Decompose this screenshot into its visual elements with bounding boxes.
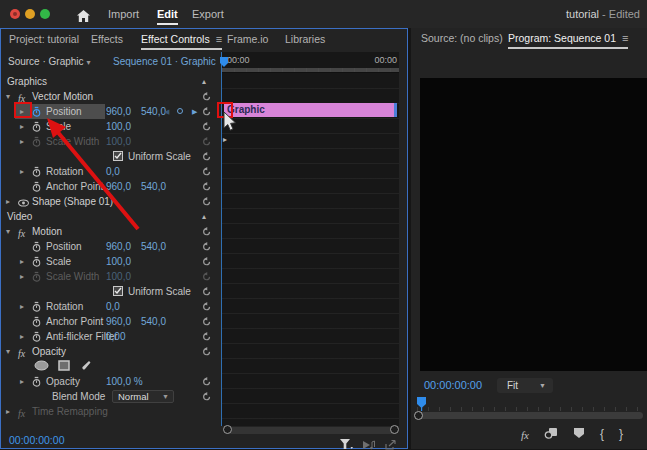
chevron-right-icon[interactable]: ▸	[20, 269, 24, 284]
uniform-scale-checkbox[interactable]	[113, 151, 123, 161]
chevron-down-icon[interactable]: ▾	[6, 224, 10, 239]
tab-frame-io[interactable]: Frame.io	[227, 29, 268, 51]
reset-parameter-icon[interactable]	[202, 317, 211, 328]
tab-source-no-clips-[interactable]: Source: (no clips)	[421, 28, 503, 50]
home-icon[interactable]	[77, 8, 90, 26]
ellipse-mask-icon[interactable]	[34, 360, 49, 373]
chevron-right-icon[interactable]: ▸	[20, 374, 24, 389]
property-label: Scale Width	[46, 134, 99, 149]
chevron-right-icon[interactable]: ▸	[6, 404, 10, 419]
workspace-tab-import[interactable]: Import	[108, 0, 139, 28]
play-audio-icon[interactable]	[362, 436, 376, 450]
maximize-window-icon[interactable]	[40, 9, 50, 19]
previous-keyframe-icon[interactable]: ◀	[164, 104, 169, 119]
reset-parameter-icon[interactable]	[202, 122, 211, 133]
mask-tools	[34, 360, 91, 373]
reset-parameter-icon[interactable]	[202, 152, 211, 163]
zoom-handle-right[interactable]	[390, 425, 399, 434]
reset-parameter-icon[interactable]	[202, 257, 211, 268]
reset-parameter-icon[interactable]	[202, 347, 211, 358]
property-value[interactable]: 100,0	[106, 134, 131, 149]
property-value[interactable]: 100,0 %	[106, 374, 143, 389]
property-label: Scale Width	[46, 269, 99, 284]
add-keyframe-icon[interactable]	[177, 108, 183, 114]
panel-menu-icon[interactable]: ≡	[216, 33, 222, 45]
reset-parameter-icon[interactable]	[202, 287, 211, 298]
property-value[interactable]: 100,0	[106, 269, 131, 284]
keyframe-next-icon[interactable]: ▸	[223, 135, 227, 144]
reset-parameter-icon[interactable]	[202, 227, 211, 238]
chevron-down-icon[interactable]: ▾	[6, 89, 10, 104]
pen-mask-icon[interactable]	[79, 360, 91, 373]
blend-mode-select[interactable]: Normal▼	[112, 390, 174, 403]
reset-parameter-icon[interactable]	[202, 302, 211, 313]
chevron-right-icon[interactable]: ▸	[20, 254, 24, 269]
chevron-right-icon[interactable]: ▸	[6, 194, 10, 209]
property-value[interactable]: 100,0	[106, 119, 131, 134]
property-value[interactable]: 540,0	[141, 314, 166, 329]
comparison-view-icon[interactable]	[544, 425, 558, 443]
reset-parameter-icon[interactable]	[202, 92, 211, 103]
collapse-icon[interactable]: ▴	[202, 74, 206, 89]
property-value[interactable]: 540,0	[141, 104, 166, 119]
chevron-right-icon[interactable]: ▸	[20, 164, 24, 179]
mark-in-icon[interactable]: {	[600, 427, 604, 441]
tab-project-tutorial[interactable]: Project: tutorial	[9, 29, 79, 51]
chevron-down-icon[interactable]: ▾	[6, 344, 10, 359]
reset-parameter-icon[interactable]	[202, 242, 211, 253]
property-value[interactable]: 960,0	[106, 239, 131, 254]
filter-properties-icon[interactable]	[340, 436, 353, 450]
property-value[interactable]: 0,0	[106, 164, 120, 179]
program-scrubber[interactable]	[417, 412, 643, 419]
reset-parameter-icon[interactable]	[202, 332, 211, 343]
zoom-level-select[interactable]: Fit▼	[497, 378, 553, 393]
scrubber-handle[interactable]	[414, 411, 423, 420]
reset-parameter-icon[interactable]	[202, 197, 211, 208]
uniform-scale-checkbox[interactable]	[113, 286, 123, 296]
property-value[interactable]: 960,0	[106, 314, 131, 329]
property-value[interactable]: 960,0	[106, 104, 131, 119]
panel-menu-icon[interactable]: ≡	[622, 32, 628, 44]
program-ruler[interactable]	[417, 399, 643, 411]
reset-parameter-icon[interactable]	[202, 392, 211, 403]
property-value[interactable]: 100,0	[106, 254, 131, 269]
reset-parameter-icon[interactable]	[202, 167, 211, 178]
workspace-tab-edit[interactable]: Edit	[157, 0, 178, 28]
zoom-handle-left[interactable]	[223, 425, 232, 434]
property-value[interactable]: 540,0	[141, 239, 166, 254]
add-marker-icon[interactable]	[573, 425, 585, 443]
chevron-right-icon[interactable]: ▸	[20, 329, 24, 344]
tab-program-sequence-01[interactable]: Program: Sequence 01≡	[508, 28, 628, 50]
chevron-right-icon[interactable]: ▸	[20, 299, 24, 314]
reset-parameter-icon[interactable]	[202, 182, 211, 193]
export-icon[interactable]	[385, 436, 396, 450]
fx-badge-icon[interactable]: fx	[521, 425, 529, 443]
property-value[interactable]: 0,00	[106, 329, 125, 344]
chevron-right-icon[interactable]: ▸	[20, 134, 24, 149]
reset-parameter-icon[interactable]	[202, 107, 211, 118]
workspace-tab-export[interactable]: Export	[192, 0, 224, 28]
timeline-zoom-bar[interactable]	[225, 427, 397, 434]
playhead-marker[interactable]	[220, 54, 228, 72]
collapse-icon[interactable]: ▴	[202, 209, 206, 224]
rectangle-mask-icon[interactable]	[58, 360, 70, 373]
property-value[interactable]: 960,0	[106, 179, 131, 194]
property-value[interactable]: 540,0	[141, 179, 166, 194]
timeline-ruler[interactable]: 00:00 00:00	[222, 52, 399, 73]
program-timecode[interactable]: 00:00:00:00	[424, 379, 482, 391]
reset-parameter-icon[interactable]	[202, 137, 211, 148]
source-clip-selector[interactable]: Source · Graphic ▾	[8, 56, 90, 67]
mark-out-icon[interactable]: }	[619, 427, 623, 441]
current-timecode[interactable]: 00:00:00:00	[9, 434, 64, 446]
next-keyframe-icon[interactable]: ▶	[192, 104, 197, 119]
graphic-clip-bar[interactable]: Graphic	[224, 103, 397, 117]
tab-libraries[interactable]: Libraries	[285, 29, 325, 51]
tab-effect-controls[interactable]: Effect Controls≡	[141, 29, 222, 51]
reset-parameter-icon[interactable]	[202, 272, 211, 283]
close-window-icon[interactable]	[10, 9, 20, 19]
minimize-window-icon[interactable]	[25, 9, 35, 19]
property-value[interactable]: 0,0	[106, 299, 120, 314]
reset-parameter-icon[interactable]	[202, 377, 211, 388]
chevron-right-icon[interactable]: ▸	[20, 119, 24, 134]
tab-effects[interactable]: Effects	[91, 29, 123, 51]
